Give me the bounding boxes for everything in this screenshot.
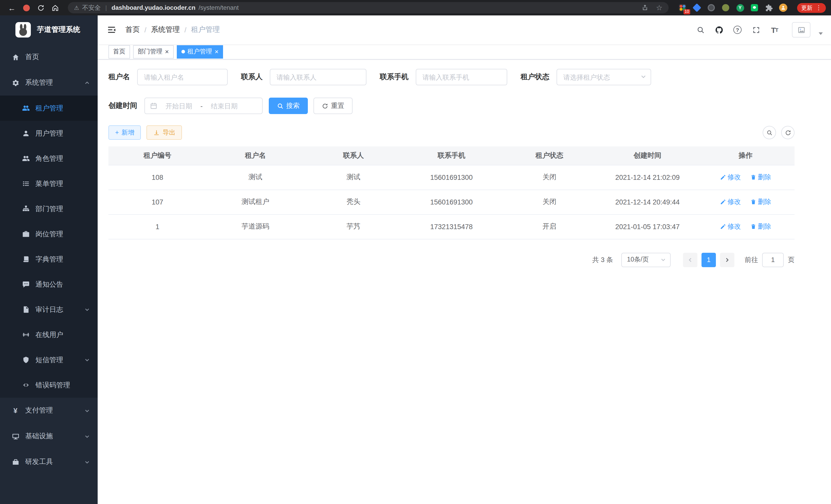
cell-actions: 修改删除 xyxy=(696,189,795,214)
edit-button[interactable]: 修改 xyxy=(720,197,741,207)
sidebar-item-home[interactable]: 首页 xyxy=(0,44,98,70)
kebab-menu-icon[interactable]: ⋮ xyxy=(815,4,822,11)
contact-input[interactable] xyxy=(270,69,366,85)
extension-drop-button[interactable] xyxy=(692,3,701,12)
sidebar-item-menu[interactable]: 菜单管理 xyxy=(0,171,98,196)
date-range-picker[interactable]: - xyxy=(144,98,263,114)
cell-status: 关闭 xyxy=(500,189,598,214)
extension-dark-button[interactable] xyxy=(707,3,716,12)
sidebar-item-pay[interactable]: ¥ 支付管理 xyxy=(0,398,98,423)
sidebar-item-dept[interactable]: 部门管理 xyxy=(0,196,98,221)
cell-actions: 修改删除 xyxy=(696,165,795,189)
broken-image-icon xyxy=(797,26,805,34)
breadcrumb-home[interactable]: 首页 xyxy=(125,25,140,34)
chevron-right-icon xyxy=(725,257,730,262)
user-avatar[interactable] xyxy=(792,22,810,37)
sidebar: 芋道管理系统 首页 系统管理 租户管理 用户管理 xyxy=(0,16,98,504)
sidebar-item-tenant[interactable]: 租户管理 xyxy=(0,95,98,121)
extension-badged-button[interactable]: 10 xyxy=(678,3,687,12)
sidebar-item-post[interactable]: 岗位管理 xyxy=(0,221,98,246)
status-select[interactable] xyxy=(556,69,651,85)
sidebar-fold-button[interactable] xyxy=(106,24,117,35)
breadcrumb-separator: / xyxy=(144,26,146,34)
sidebar-item-role[interactable]: 角色管理 xyxy=(0,146,98,171)
page-number-1[interactable]: 1 xyxy=(701,253,716,267)
export-button[interactable]: 导出 xyxy=(147,125,182,140)
chevron-down-icon xyxy=(660,257,666,263)
edit-pencil-icon xyxy=(720,224,726,230)
close-icon[interactable]: × xyxy=(214,48,219,55)
home-button[interactable] xyxy=(48,2,62,14)
col-status: 租户状态 xyxy=(500,146,598,165)
tenant-table: 租户编号 租户名 联系人 联系手机 租户状态 创建时间 操作 108 测试 xyxy=(109,146,795,239)
fullscreen-button[interactable] xyxy=(750,24,762,36)
cell-status: 关闭 xyxy=(500,165,598,189)
sidebar-item-devtools[interactable]: 研发工具 xyxy=(0,449,98,475)
refresh-table-button[interactable] xyxy=(781,126,795,139)
cell-contact: 测试 xyxy=(305,165,402,189)
create-time-label: 创建时间 xyxy=(109,101,137,111)
extension-wechat-button[interactable] xyxy=(750,3,759,12)
edit-button[interactable]: 修改 xyxy=(720,173,741,182)
sidebar-item-auditlog[interactable]: 审计日志 xyxy=(0,297,98,322)
delete-button[interactable]: 删除 xyxy=(750,197,771,207)
tenant-name-input[interactable] xyxy=(137,69,228,85)
goto-page-input[interactable] xyxy=(762,253,784,267)
sidebar-item-sms[interactable]: 短信管理 xyxy=(0,347,98,373)
bookmark-star-icon[interactable]: ☆ xyxy=(656,4,662,12)
page-size-select[interactable]: 10条/页 xyxy=(621,253,671,267)
delete-button[interactable]: 删除 xyxy=(750,222,771,231)
pagination: 共 3 条 10条/页 1 前往 页 xyxy=(109,253,795,267)
breadcrumb-current: 租户管理 xyxy=(191,25,220,34)
reset-button[interactable]: 重置 xyxy=(314,98,352,114)
share-icon[interactable] xyxy=(641,4,649,11)
extensions-menu-button[interactable] xyxy=(764,3,773,12)
next-page-button[interactable] xyxy=(720,253,735,267)
header-search-button[interactable] xyxy=(694,24,707,36)
update-label: 更新 xyxy=(801,4,812,11)
extensions-strip: 10 Y 更新 ⋮ xyxy=(678,3,826,12)
date-end-input[interactable] xyxy=(205,102,244,110)
monitor-icon xyxy=(11,432,20,440)
breadcrumb-system[interactable]: 系统管理 xyxy=(151,25,180,34)
total-count: 共 3 条 xyxy=(592,255,613,264)
font-size-button[interactable]: TT xyxy=(768,24,781,36)
help-button[interactable]: ? xyxy=(731,24,744,36)
sidebar-item-dict[interactable]: 字典管理 xyxy=(0,246,98,272)
sidebar-item-notice[interactable]: 通知公告 xyxy=(0,272,98,297)
prev-page-button[interactable] xyxy=(683,253,697,267)
github-link-button[interactable] xyxy=(713,24,725,36)
browser-update-button[interactable]: 更新 ⋮ xyxy=(797,3,826,12)
browser-toolbar: ← ⚠ 不安全 | dashboard.yudao.iocoder.cn/sys… xyxy=(0,0,831,16)
sidebar-item-online[interactable]: 在线用户 xyxy=(0,322,98,347)
tab-tenant[interactable]: 租户管理 × xyxy=(176,45,223,58)
reload-button[interactable] xyxy=(34,2,47,14)
sidebar-item-user[interactable]: 用户管理 xyxy=(0,121,98,146)
extension-olive-button[interactable] xyxy=(721,3,730,12)
sidebar-item-errorcode[interactable]: 错误码管理 xyxy=(0,373,98,398)
sidebar-item-infra[interactable]: 基础设施 xyxy=(0,423,98,449)
back-button[interactable]: ← xyxy=(5,2,19,14)
date-start-input[interactable] xyxy=(159,102,198,110)
filter-row-2: 创建时间 - 搜索 重置 xyxy=(109,98,795,114)
col-tenant-id: 租户编号 xyxy=(109,146,206,165)
forward-button[interactable] xyxy=(20,2,33,14)
edit-button[interactable]: 修改 xyxy=(720,222,741,231)
add-button[interactable]: + 新增 xyxy=(109,125,141,140)
extension-green-button[interactable]: Y xyxy=(736,3,745,12)
delete-button[interactable]: 删除 xyxy=(750,173,771,182)
sidebar-item-system[interactable]: 系统管理 xyxy=(0,70,98,95)
hamburger-icon xyxy=(106,25,117,35)
close-icon[interactable]: × xyxy=(165,48,169,55)
toggle-search-button[interactable] xyxy=(763,126,776,139)
caret-down-icon[interactable] xyxy=(819,32,823,35)
url-bar[interactable]: ⚠ 不安全 | dashboard.yudao.iocoder.cn/syste… xyxy=(68,2,668,13)
cell-contact: 芋艿 xyxy=(305,214,402,239)
profile-button[interactable] xyxy=(779,3,788,12)
tab-dept[interactable]: 部门管理 × xyxy=(133,45,173,58)
col-created: 创建时间 xyxy=(598,146,696,165)
tab-home[interactable]: 首页 xyxy=(109,45,130,58)
breadcrumb: 首页 / 系统管理 / 租户管理 xyxy=(125,25,220,34)
phone-input[interactable] xyxy=(416,69,507,85)
search-button[interactable]: 搜索 xyxy=(269,98,308,114)
